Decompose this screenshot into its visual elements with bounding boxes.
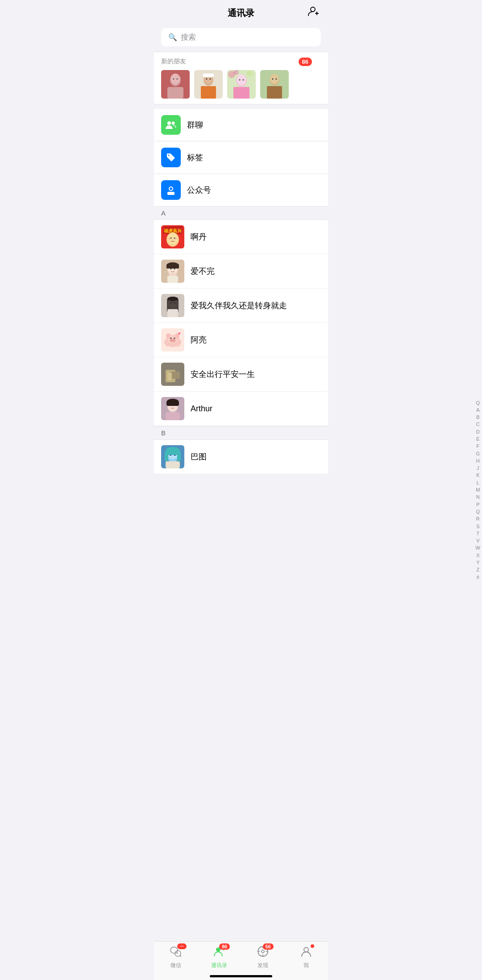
contact-list-a: 福虎高兴 啊丹 (154, 220, 328, 426)
add-contact-button[interactable] (307, 5, 319, 20)
menu-item-group-chat[interactable]: 群聊 (154, 109, 328, 141)
contact-avatar-ai-wo (161, 294, 184, 317)
contact-item-ai-wo[interactable]: 爱我久伴我久还是转身就走 (154, 289, 328, 323)
contact-avatar-a-dan: 福虎高兴 (161, 225, 184, 248)
svg-rect-104 (166, 461, 180, 468)
svg-rect-88 (166, 412, 180, 420)
svg-point-32 (167, 121, 171, 125)
new-friends-label: 新的朋友 (161, 58, 321, 66)
svg-point-71 (173, 339, 175, 341)
svg-point-29 (270, 74, 279, 84)
section-header-b: B (154, 426, 328, 440)
svg-point-62 (167, 297, 178, 301)
contact-item-ba-tu[interactable]: 巴图 (154, 440, 328, 474)
menu-item-tags[interactable]: 标签 (154, 141, 328, 174)
contact-name-ba-tu: 巴图 (191, 451, 207, 462)
svg-rect-16 (203, 74, 214, 77)
svg-point-8 (177, 79, 178, 80)
svg-point-45 (168, 238, 172, 240)
svg-rect-103 (177, 451, 181, 461)
friends-avatars (161, 70, 321, 99)
new-friends-section[interactable]: 新的朋友 (154, 52, 328, 104)
contact-item-a-dan[interactable]: 福虎高兴 啊丹 (154, 220, 328, 254)
svg-point-21 (239, 79, 241, 81)
contact-name-ai-bu-wan: 爱不完 (191, 266, 215, 277)
svg-point-22 (243, 79, 244, 81)
svg-point-72 (170, 338, 172, 339)
svg-point-7 (173, 79, 175, 80)
contact-avatar-a-liang: ♥ (161, 328, 184, 351)
menu-list: 群聊 标签 公众号 (154, 109, 328, 206)
new-friends-badge: 86 (299, 58, 312, 66)
svg-rect-53 (166, 264, 179, 269)
header: 通讯录 (154, 0, 328, 25)
contact-name-a-liang: 阿亮 (191, 335, 207, 345)
svg-point-73 (174, 338, 175, 339)
new-friend-avatar-4[interactable] (260, 70, 289, 99)
svg-point-14 (210, 79, 211, 80)
svg-point-33 (172, 122, 175, 125)
svg-point-30 (272, 79, 274, 80)
svg-rect-19 (233, 87, 249, 99)
svg-rect-87 (166, 401, 179, 406)
contact-item-a-liang[interactable]: ♥ 阿亮 (154, 323, 328, 357)
contact-name-an-quan: 安全出行平安一生 (191, 369, 255, 380)
svg-point-70 (170, 339, 172, 341)
contact-item-an-quan[interactable]: 安全出行平安一生 (154, 357, 328, 392)
svg-point-34 (168, 155, 170, 156)
svg-rect-102 (165, 451, 168, 461)
new-friend-avatar-2[interactable] (194, 70, 223, 99)
official-label: 公众号 (187, 185, 211, 195)
menu-item-official[interactable]: 公众号 (154, 174, 328, 206)
svg-point-20 (237, 74, 246, 85)
contact-avatar-ai-bu-wan (161, 260, 184, 283)
svg-point-25 (246, 70, 253, 77)
contact-name-ai-wo: 爱我久伴我久还是转身就走 (191, 300, 287, 311)
tags-icon (161, 148, 181, 167)
svg-text:♥: ♥ (178, 331, 181, 336)
official-icon (161, 180, 181, 200)
contact-item-arthur[interactable]: Arthur (154, 392, 328, 426)
svg-rect-63 (167, 309, 178, 317)
tags-label: 标签 (187, 152, 203, 163)
page-title: 通讯录 (228, 7, 254, 19)
new-friend-avatar-3[interactable] (227, 70, 256, 99)
contact-avatar-an-quan (161, 363, 184, 386)
group-chat-icon (161, 115, 181, 135)
contact-name-a-dan: 啊丹 (191, 232, 207, 242)
svg-point-37 (170, 187, 172, 190)
svg-rect-36 (167, 192, 175, 195)
svg-rect-11 (201, 86, 216, 99)
svg-rect-28 (267, 86, 282, 99)
svg-rect-55 (167, 276, 178, 283)
contact-avatar-ba-tu (161, 445, 184, 468)
svg-point-0 (311, 7, 315, 12)
svg-point-31 (276, 79, 277, 80)
svg-point-13 (206, 79, 208, 80)
svg-rect-5 (167, 87, 183, 99)
contact-avatar-arthur (161, 397, 184, 420)
svg-point-6 (171, 74, 180, 84)
contact-name-arthur: Arthur (191, 404, 212, 414)
section-header-a: A (154, 206, 328, 220)
new-friend-avatar-1[interactable] (161, 70, 190, 99)
svg-point-67 (166, 333, 170, 339)
search-container: 🔍 搜索 (154, 25, 328, 52)
search-bar[interactable]: 🔍 搜索 (161, 28, 321, 46)
contact-list-b: 巴图 (154, 440, 328, 474)
search-icon: 🔍 (168, 33, 177, 41)
contact-item-ai-bu-wan[interactable]: 爱不完 (154, 254, 328, 289)
svg-rect-80 (167, 372, 172, 380)
search-placeholder: 搜索 (181, 32, 196, 42)
group-chat-label: 群聊 (187, 120, 203, 130)
svg-point-46 (174, 238, 177, 240)
